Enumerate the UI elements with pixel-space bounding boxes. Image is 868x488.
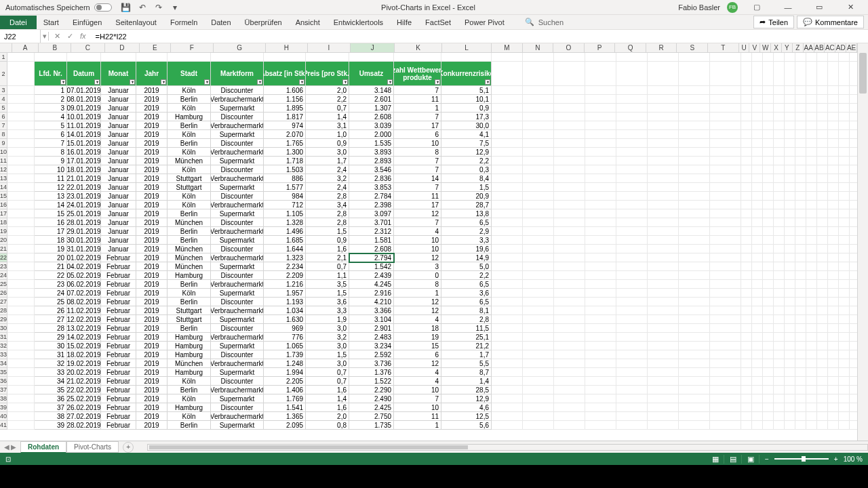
cell[interactable]: 06.02.2019 xyxy=(67,280,101,289)
cell[interactable] xyxy=(785,412,795,421)
cell[interactable] xyxy=(785,280,795,289)
cell[interactable] xyxy=(492,95,523,104)
cell[interactable]: 974 xyxy=(264,121,306,130)
cell[interactable]: 1.216 xyxy=(264,280,306,289)
cell[interactable]: 6,5 xyxy=(441,218,492,227)
cell[interactable]: 13 xyxy=(35,192,67,201)
cell[interactable]: Februar xyxy=(101,289,136,298)
cell[interactable] xyxy=(616,218,648,227)
cell[interactable] xyxy=(264,53,306,62)
cell[interactable]: Discounter xyxy=(211,139,264,148)
filter-icon[interactable]: ▾ xyxy=(387,79,393,85)
cell[interactable] xyxy=(616,148,648,157)
cell[interactable]: 1.156 xyxy=(264,95,306,104)
sheet-tab-active[interactable]: Rohdaten xyxy=(20,441,66,453)
cell[interactable] xyxy=(585,95,616,104)
cell[interactable] xyxy=(774,86,785,95)
cell[interactable]: 1.193 xyxy=(264,298,306,306)
data-grid[interactable]: Lfd. Nr.▾Datum▾Monat▾Jahr▾Stadt▾Marktfor… xyxy=(7,53,857,430)
cell[interactable] xyxy=(839,368,850,377)
cell[interactable]: 1,5 xyxy=(306,227,349,236)
cell[interactable] xyxy=(828,113,839,121)
cell[interactable] xyxy=(7,386,35,394)
cell[interactable] xyxy=(648,315,679,324)
cell[interactable]: 11.02.2019 xyxy=(67,306,101,315)
cell[interactable]: 22.01.2019 xyxy=(67,183,101,192)
cell[interactable] xyxy=(7,298,35,306)
cell[interactable] xyxy=(679,377,710,386)
cell[interactable]: 10 xyxy=(394,139,441,148)
cell[interactable] xyxy=(679,157,710,165)
ribbon-display-icon[interactable]: ▢ xyxy=(745,1,769,14)
cell[interactable] xyxy=(752,121,763,130)
cell[interactable] xyxy=(850,403,857,412)
cell[interactable]: 1.376 xyxy=(349,368,394,377)
cell[interactable] xyxy=(679,421,710,430)
cell[interactable]: 984 xyxy=(264,192,306,201)
cell[interactable] xyxy=(774,174,785,183)
cell[interactable]: 10 xyxy=(394,386,441,394)
cell[interactable] xyxy=(785,174,795,183)
cell[interactable] xyxy=(752,368,763,377)
cell[interactable] xyxy=(850,192,857,201)
cell[interactable]: 12,9 xyxy=(441,148,492,157)
cell[interactable] xyxy=(752,412,763,421)
cell[interactable] xyxy=(710,157,741,165)
cell[interactable] xyxy=(839,377,850,386)
cell[interactable] xyxy=(648,86,679,95)
cell[interactable]: 25,1 xyxy=(441,333,492,342)
cell[interactable] xyxy=(763,306,774,315)
cell[interactable] xyxy=(585,104,616,113)
cell[interactable] xyxy=(774,306,785,315)
row-header[interactable]: 36 xyxy=(0,377,7,386)
cell[interactable]: Verbrauchermarkt xyxy=(211,95,264,104)
cell[interactable] xyxy=(785,298,795,306)
cell[interactable] xyxy=(817,271,828,280)
cell[interactable] xyxy=(523,368,554,377)
cell[interactable] xyxy=(850,386,857,394)
cell[interactable] xyxy=(523,95,554,104)
cell[interactable]: Februar xyxy=(101,377,136,386)
cell[interactable] xyxy=(741,377,752,386)
cell[interactable]: Discounter xyxy=(211,86,264,95)
cell[interactable] xyxy=(492,412,523,421)
cell[interactable] xyxy=(7,227,35,236)
cell[interactable] xyxy=(710,394,741,403)
cell[interactable] xyxy=(492,165,523,174)
cell[interactable]: 12,9 xyxy=(441,394,492,403)
cell[interactable] xyxy=(710,386,741,394)
cell[interactable] xyxy=(817,421,828,430)
cell[interactable]: 7 xyxy=(394,157,441,165)
cell[interactable]: Discounter xyxy=(211,377,264,386)
cell[interactable]: Februar xyxy=(101,386,136,394)
cell[interactable] xyxy=(817,113,828,121)
cell[interactable] xyxy=(710,62,741,86)
cell[interactable] xyxy=(648,113,679,121)
cell[interactable] xyxy=(817,359,828,368)
cell[interactable] xyxy=(616,271,648,280)
cell[interactable] xyxy=(679,165,710,174)
cell[interactable]: 6,5 xyxy=(441,280,492,289)
cell[interactable] xyxy=(616,130,648,139)
cell[interactable] xyxy=(817,333,828,342)
cell[interactable] xyxy=(817,394,828,403)
col-header-C[interactable]: C xyxy=(71,43,105,52)
cell[interactable]: Berlin xyxy=(167,236,211,245)
cell[interactable] xyxy=(828,227,839,236)
cell[interactable] xyxy=(785,350,795,359)
cell[interactable]: 17 xyxy=(394,201,441,209)
cell[interactable]: 2019 xyxy=(136,377,167,386)
cell[interactable] xyxy=(679,262,710,271)
cell[interactable] xyxy=(850,227,857,236)
cell[interactable] xyxy=(763,157,774,165)
cell[interactable] xyxy=(839,130,850,139)
cell[interactable] xyxy=(710,130,741,139)
cell[interactable]: 3,6 xyxy=(441,289,492,298)
cell[interactable] xyxy=(616,201,648,209)
cell[interactable] xyxy=(795,245,806,253)
cell[interactable] xyxy=(806,298,817,306)
cell[interactable] xyxy=(850,306,857,315)
cell[interactable] xyxy=(523,130,554,139)
cell[interactable] xyxy=(616,139,648,148)
cell[interactable] xyxy=(7,394,35,403)
